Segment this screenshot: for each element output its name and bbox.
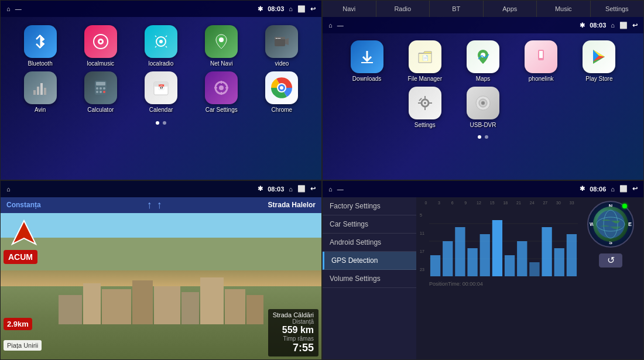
svg-point-20 (96, 91, 98, 93)
localmusic-app-icon (84, 25, 117, 58)
home-icon-nav[interactable]: ⌂ (6, 186, 11, 193)
app-playstore[interactable]: Play Store (573, 40, 626, 82)
time-display: 08:03 (268, 5, 284, 12)
dot-1[interactable] (156, 121, 159, 125)
nav-item-navi[interactable]: Navi (323, 1, 376, 17)
main-grid: ⌂ — ✱ 08:03 ⌂ ⬜ ↩ Bluetooth (0, 0, 644, 360)
svg-rect-68 (467, 248, 477, 276)
chrome-label: Chrome (272, 107, 293, 113)
dot-4[interactable] (485, 135, 488, 139)
nav-strada-name: Strada Căldări (273, 311, 314, 318)
status-bar-gps: ⌂ — ✱ 08:06 ⌂ ⬜ ↩ (323, 181, 643, 197)
app-chrome[interactable]: Chrome (254, 71, 310, 113)
dot-2[interactable] (163, 121, 166, 125)
svg-rect-12 (37, 87, 39, 95)
menu-icon-gps[interactable]: — (337, 186, 344, 193)
app-avin[interactable]: Avin (12, 71, 68, 113)
app-localradio[interactable]: localradio (133, 25, 189, 67)
nav-item-apps[interactable]: Apps (484, 1, 537, 17)
app-calendar[interactable]: 📅 Calendar (133, 71, 189, 113)
svg-rect-65 (430, 255, 440, 276)
settings-factory[interactable]: Factory Settings (323, 197, 416, 215)
nav-arrows: ↑ ↑ (147, 199, 162, 211)
bluetooth-icon-2: ✱ (580, 22, 585, 29)
nav-item-bt[interactable]: BT (430, 1, 484, 17)
settings-label: Settings (415, 122, 436, 128)
calendar-label: Calendar (149, 107, 173, 113)
app-localmusic[interactable]: localmusic (73, 25, 128, 67)
back-icon-2[interactable]: ↩ (632, 22, 638, 29)
app-video[interactable]: video (254, 25, 310, 67)
buildings-area (47, 277, 275, 324)
compass-east: E (628, 221, 632, 227)
app-settings[interactable]: Settings (398, 87, 451, 128)
nav-timp-value: 7:55 (273, 342, 314, 354)
svg-rect-71 (505, 255, 515, 276)
maps-app-icon (467, 40, 499, 73)
svg-rect-8 (276, 38, 277, 39)
svg-rect-29 (221, 92, 222, 95)
svg-point-43 (424, 102, 426, 104)
svg-rect-36 (361, 62, 373, 63)
home-icon-gps[interactable]: ⌂ (328, 186, 333, 193)
home-icon[interactable]: ⌂ (6, 5, 11, 12)
nav-item-settings[interactable]: Settings (591, 1, 644, 17)
menu-icon-2[interactable]: — (337, 22, 344, 29)
nav-acum-badge: ACUM (4, 250, 37, 264)
app-usbdvr[interactable]: USB-DVR (456, 87, 509, 128)
app-downloads[interactable]: Downloads (340, 40, 393, 82)
app-calculator[interactable]: Calculator (73, 71, 128, 113)
netnavi-app-icon (205, 25, 238, 58)
dot-3[interactable] (478, 135, 481, 139)
filemanager-app-icon: 📄 (409, 40, 441, 73)
svg-point-5 (219, 37, 224, 42)
svg-rect-11 (33, 90, 36, 95)
app-carsettings[interactable]: Car Settings (194, 71, 249, 113)
nav-location-label: Piața Unirii (4, 340, 42, 351)
settings-gps[interactable]: GPS Detection (323, 252, 416, 270)
app-netnavi[interactable]: Net Navi (194, 25, 249, 67)
downloads-label: Downloads (352, 76, 381, 82)
localradio-app-icon (145, 25, 177, 58)
signal-icon: ⌂ (289, 5, 293, 12)
svg-point-4 (159, 40, 163, 43)
svg-rect-60 (225, 289, 245, 324)
svg-rect-46 (418, 102, 422, 104)
video-app-icon (265, 25, 298, 58)
app-maps[interactable]: Maps (456, 40, 509, 82)
svg-rect-44 (424, 96, 426, 100)
back-icon[interactable]: ↩ (310, 5, 316, 13)
nav-item-radio[interactable]: Radio (376, 1, 430, 17)
position-time: PositionTime: 00:00:04 (420, 279, 578, 287)
gps-content-area: Factory Settings Car Settings Android Se… (323, 197, 643, 360)
back-icon-nav[interactable]: ↩ (310, 185, 316, 193)
nav-item-music[interactable]: Music (537, 1, 591, 17)
screen-icon-gps: ⬜ (619, 185, 628, 193)
time-display-2: 08:03 (590, 22, 606, 29)
app-phonelink[interactable]: phonelink (515, 40, 568, 82)
home-icon-2[interactable]: ⌂ (328, 22, 333, 29)
settings-volume[interactable]: Volume Settings (323, 270, 416, 288)
svg-rect-70 (492, 220, 502, 276)
downloads-app-icon (351, 40, 383, 73)
svg-point-2 (100, 40, 102, 43)
phonelink-app-icon (525, 40, 557, 73)
apps-grid-1: Bluetooth localmusic localradio Net Navi (1, 19, 321, 119)
app-bluetooth[interactable]: Bluetooth (12, 25, 68, 67)
svg-rect-69 (480, 234, 490, 276)
menu-icon[interactable]: — (15, 5, 22, 12)
svg-point-77 (597, 210, 625, 238)
nav-distance-km: 2.9km (4, 318, 32, 330)
screen-icon: ⬜ (297, 5, 306, 13)
settings-car[interactable]: Car Settings (323, 215, 416, 234)
gps-refresh-button[interactable]: ↺ (599, 253, 622, 268)
compass-circle: N S E W (587, 201, 634, 248)
back-icon-gps[interactable]: ↩ (632, 185, 638, 193)
status-bar-top-left: ⌂ — ✱ 08:03 ⌂ ⬜ ↩ (1, 1, 321, 17)
settings-menu: Factory Settings Car Settings Android Se… (323, 197, 416, 360)
bluetooth-app-icon (24, 25, 57, 58)
page-dots-2 (323, 135, 643, 139)
settings-android[interactable]: Android Settings (323, 234, 416, 252)
app-filemanager[interactable]: 📄 File Manager (398, 40, 451, 82)
svg-rect-61 (246, 295, 263, 324)
